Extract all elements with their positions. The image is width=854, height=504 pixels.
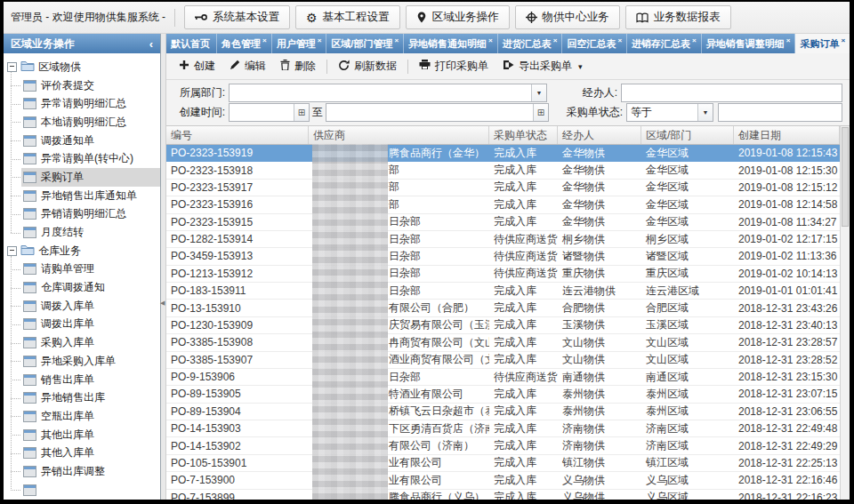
tree-item[interactable] <box>4 481 160 500</box>
tab-close-icon[interactable]: × <box>262 36 267 44</box>
scrollbar-thumb[interactable] <box>842 127 849 227</box>
tree-item[interactable]: 销售出库单 <box>4 371 160 389</box>
tree-folder-warehouse[interactable]: 仓库业务 <box>4 242 160 260</box>
chevron-down-icon[interactable]: ▼ <box>697 104 713 121</box>
tree-item[interactable]: 本地请购明细汇总 <box>4 113 160 132</box>
tree-item[interactable]: 调拨通知单 <box>4 132 160 150</box>
department-select[interactable]: ▼ <box>229 84 547 102</box>
table-row[interactable]: PO-1230-153909 庆贸易有限公司（玉溪） 完成入库 玉溪物供 玉溪区… <box>166 317 840 334</box>
splitter-collapse-icon[interactable]: ◀ <box>160 300 165 307</box>
cell-created-date: 2018-12-31 23:43:26 <box>734 300 840 316</box>
tree-item[interactable]: 其他入库单 <box>4 444 160 462</box>
tree-item[interactable]: 异常请购单(转中心) <box>4 149 160 168</box>
tree-item[interactable]: 异地采购入库单 <box>4 352 160 371</box>
table-row[interactable]: PO-2323-153917 部 完成入库 金华物供 金华区域 2019-01-… <box>166 180 840 196</box>
tab[interactable]: 默认首页 <box>166 34 217 53</box>
tab[interactable]: 采购订单 × <box>795 34 850 53</box>
status-operator-select[interactable]: 等于 ▼ <box>626 103 713 122</box>
table-row[interactable]: PO-7-153899 腾食品商行（义乌） 完成入库 义乌物供 义乌区域 201… <box>166 490 840 500</box>
column-header-created[interactable]: 创建日期 <box>734 126 840 144</box>
tab-close-icon[interactable]: × <box>488 36 493 44</box>
menu-button-region-operations[interactable]: 区域业务操作 <box>406 5 510 29</box>
tree-item[interactable]: 异销出库调整 <box>4 462 160 481</box>
table-row[interactable]: PO-14-153903 下区勇清百货店（济南） 完成入库 济南物供 济南区域 … <box>166 420 840 437</box>
chevron-down-icon[interactable]: ▼ <box>531 84 546 101</box>
menu-button-system-settings[interactable]: 系统基本设置 <box>184 5 290 29</box>
tree-item[interactable]: 调拨入库单 <box>4 297 160 316</box>
sidebar-collapse-icon[interactable]: ‹ <box>149 37 153 51</box>
tab-close-icon[interactable]: × <box>617 36 622 44</box>
target-icon <box>526 12 537 23</box>
tab-close-icon[interactable]: × <box>318 36 322 44</box>
refresh-button[interactable]: 刷新数据 <box>331 56 404 76</box>
table-row[interactable]: PO-3385-153907 酒业商贸有限公司（文山） 完成入库 文山物供 文山… <box>166 352 840 369</box>
edit-button[interactable]: 编辑 <box>222 56 273 76</box>
tab[interactable]: 回空汇总表 × <box>562 34 627 53</box>
tree-item[interactable]: 异地销售出库 <box>4 388 160 407</box>
vertical-scrollbar[interactable] <box>840 126 850 500</box>
tree-item[interactable]: 评价表提交 <box>4 76 160 95</box>
export-purchase-order-button[interactable]: 导出采购单 ▾ <box>495 56 590 76</box>
tab[interactable]: 异地销售通知明细 × <box>404 34 498 53</box>
tab[interactable]: 进销存汇总表 × <box>627 34 702 53</box>
table-row[interactable]: PO-105-153901 业有限公司 完成入库 镇江物供 镇江区域 2018-… <box>166 455 840 472</box>
tree-item[interactable]: 请购单管理 <box>4 260 160 279</box>
table-row[interactable]: PO-183-153911 日杂部 完成入库 连云港物供 连云港区域 2019-… <box>166 283 840 300</box>
delete-button[interactable]: 删除 <box>273 56 323 76</box>
create-button[interactable]: 创建 <box>172 56 222 76</box>
tree-item[interactable]: 空瓶出库单 <box>4 407 160 426</box>
tree-expander-icon[interactable] <box>7 246 17 256</box>
tab[interactable]: 角色管理 × <box>217 34 272 53</box>
handler-input[interactable] <box>622 84 842 101</box>
column-header-id[interactable]: 编号 <box>166 126 309 144</box>
tab[interactable]: 进货汇总表 × <box>498 34 563 53</box>
tab[interactable]: 区域/部门管理 × <box>326 34 404 53</box>
table-row[interactable]: PO-7-153900 业有限公司 完成入库 义乌物供 义乌区域 2018-12… <box>166 472 840 489</box>
table-row[interactable]: PO-89-153905 特酒业有限公司 完成入库 泰州物供 泰州区域 2018… <box>166 386 840 403</box>
tab[interactable]: 异地销售调整明细 × <box>702 34 796 53</box>
tab-close-icon[interactable]: × <box>553 36 558 44</box>
table-row[interactable]: PO-2323-153919 腾食品商行（金华） 完成入库 金华物供 金华区域 … <box>166 145 840 162</box>
table-row[interactable]: PO-2323-153918 部 完成入库 金华物供 金华区域 2019-01-… <box>166 162 840 179</box>
tree-item[interactable]: 其他出库单 <box>4 426 160 444</box>
menu-button-data-reports[interactable]: 业务数据报表 <box>625 5 731 29</box>
menu-button-project-settings[interactable]: ⚙ 基本工程设置 <box>295 5 400 29</box>
created-from-input[interactable] <box>230 104 294 121</box>
tab[interactable]: 用户管理 × <box>272 34 327 53</box>
calendar-icon[interactable]: ⊞ <box>533 104 548 121</box>
tab-close-icon[interactable]: × <box>786 36 791 44</box>
table-row[interactable]: PO-89-153904 桥镇飞云日杂超市（泰州） 完成入库 泰州物供 泰州区域… <box>166 404 840 420</box>
tab-close-icon[interactable]: × <box>394 36 399 44</box>
tree-item[interactable]: 异地销售出库通知单 <box>4 187 160 205</box>
tree-item[interactable]: 仓库调拨通知 <box>4 278 160 297</box>
tree-item[interactable]: 异销请购明细汇总 <box>4 205 160 224</box>
print-purchase-order-button[interactable]: 打印采购单 <box>412 56 495 76</box>
table-row[interactable]: PO-9-153906 日杂部 待供应商送货 南通物供 南通区域 2018-12… <box>166 369 840 386</box>
table-row[interactable]: PO-3459-153913 日杂部 待供应商送货 诸暨物供 诸暨区域 2019… <box>166 248 840 265</box>
table-row[interactable]: PO-1282-153914 日杂部 待供应商送货 桐乡物供 桐乡区域 2019… <box>166 231 840 248</box>
table-row[interactable]: PO-2323-153915 日杂部 完成入库 金华物供 金华区域 2019-0… <box>166 214 840 231</box>
table-row[interactable]: PO-2323-153916 部 完成入库 金华物供 金华区域 2019-01-… <box>166 196 840 213</box>
table-row[interactable]: PO-3385-153908 冉商贸有限公司（文山） 完成入库 文山物供 文山区… <box>166 334 840 351</box>
tree-item[interactable]: 异常请购明细汇总 <box>4 94 160 113</box>
table-row[interactable]: PO-14-153902 有限公司（济南） 完成入库 济南物供 济南区域 201… <box>166 437 840 454</box>
menu-button-supply-center[interactable]: 物供中心业务 <box>515 5 620 29</box>
tree-folder-region-supply[interactable]: 区域物供 <box>4 58 160 76</box>
table-row[interactable]: PO-1213-153912 日杂部 待供应商送货 重庆物供 重庆区域 2019… <box>166 266 840 283</box>
column-header-supplier[interactable]: 供应商 <box>309 126 489 144</box>
tree-item-label: 销售出库单 <box>41 372 94 388</box>
table-row[interactable]: PO-13-153910 有限公司（合肥） 完成入库 合肥物供 合肥区域 201… <box>166 300 840 316</box>
calendar-icon[interactable]: ⊞ <box>294 104 309 121</box>
column-header-status[interactable]: 采购单状态 <box>489 126 558 144</box>
created-to-input[interactable] <box>326 104 533 121</box>
tab-close-icon[interactable]: × <box>841 36 845 44</box>
tab-close-icon[interactable]: × <box>692 36 697 44</box>
column-header-handler[interactable]: 经办人 <box>558 126 641 144</box>
tree-item[interactable]: 采购入库单 <box>4 333 160 352</box>
column-header-region[interactable]: 区域/部门 <box>641 126 734 144</box>
tree-expander-icon[interactable] <box>7 62 17 72</box>
status-value-input[interactable] <box>719 104 842 121</box>
tree-item[interactable]: 采购订单 <box>4 168 160 187</box>
tree-item[interactable]: 调拨出库单 <box>4 316 160 334</box>
tree-item[interactable]: 月度结转 <box>4 223 160 242</box>
